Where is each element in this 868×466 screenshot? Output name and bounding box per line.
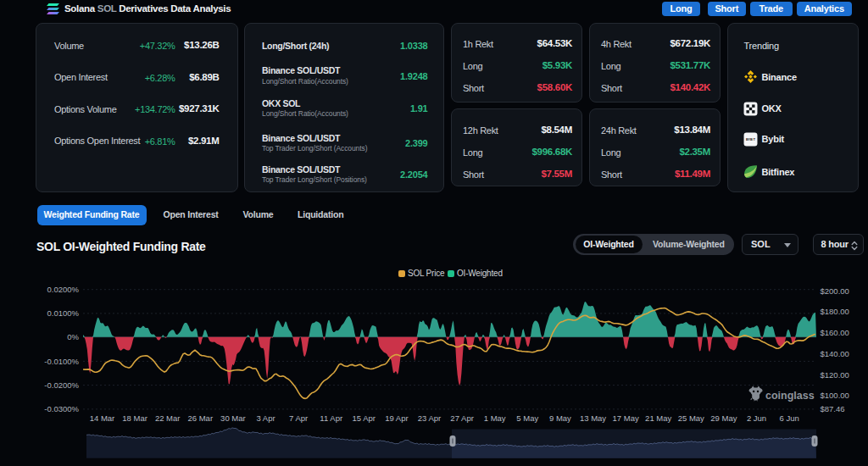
svg-text:3 Apr: 3 Apr <box>256 413 275 423</box>
svg-text:22 Mar: 22 Mar <box>155 413 181 423</box>
svg-text:$200.00: $200.00 <box>821 286 849 296</box>
svg-text:25 May: 25 May <box>678 413 704 423</box>
svg-text:0.0100%: 0.0100% <box>47 308 79 318</box>
svg-text:29 May: 29 May <box>710 413 737 423</box>
svg-text:26 Mar: 26 Mar <box>188 413 214 423</box>
svg-text:$100.00: $100.00 <box>821 391 849 400</box>
svg-text:6 Jun: 6 Jun <box>779 413 798 423</box>
svg-text:$87.46: $87.46 <box>821 404 845 413</box>
svg-text:19 Apr: 19 Apr <box>385 413 408 423</box>
svg-text:13 May: 13 May <box>580 413 606 423</box>
svg-text:0.0200%: 0.0200% <box>47 285 79 294</box>
svg-text:2 Jun: 2 Jun <box>747 413 766 423</box>
svg-text:$140.00: $140.00 <box>821 349 849 358</box>
svg-text:5 May: 5 May <box>516 413 538 423</box>
svg-text:7 Apr: 7 Apr <box>289 413 308 423</box>
svg-text:-0.0100%: -0.0100% <box>44 357 79 366</box>
svg-text:23 Apr: 23 Apr <box>418 413 441 423</box>
svg-text:21 May: 21 May <box>645 413 671 423</box>
svg-text:17 May: 17 May <box>613 413 639 423</box>
svg-text:27 Apr: 27 Apr <box>450 413 473 423</box>
svg-text:30 Mar: 30 Mar <box>220 413 246 423</box>
svg-text:9 May: 9 May <box>549 413 571 423</box>
svg-text:coinglass: coinglass <box>765 390 815 402</box>
svg-text:0%: 0% <box>67 332 79 341</box>
svg-text:$120.00: $120.00 <box>821 370 849 380</box>
svg-text:1 May: 1 May <box>484 413 506 423</box>
svg-text:$180.00: $180.00 <box>821 307 849 316</box>
svg-text:18 Mar: 18 Mar <box>122 413 147 423</box>
svg-text:-0.0200%: -0.0200% <box>44 380 79 390</box>
svg-text:$160.00: $160.00 <box>821 328 849 337</box>
svg-text:15 Apr: 15 Apr <box>353 413 376 423</box>
svg-text:-0.0300%: -0.0300% <box>44 404 79 413</box>
svg-text:11 Apr: 11 Apr <box>320 413 342 423</box>
svg-text:14 Mar: 14 Mar <box>90 413 115 423</box>
